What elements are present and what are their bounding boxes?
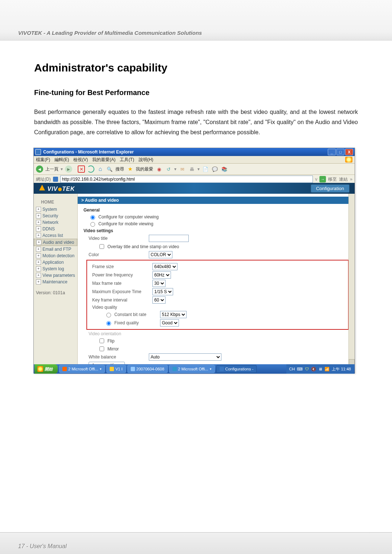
go-button[interactable]: → <box>319 176 326 182</box>
links-label[interactable]: 連結 <box>339 176 348 182</box>
taskbar-btn-folder[interactable]: V1 I <box>106 365 126 373</box>
refresh-icon[interactable] <box>87 165 94 173</box>
expand-icon[interactable]: + <box>36 247 41 252</box>
taskbar-btn-configurations[interactable]: Configurations - <box>216 365 257 373</box>
flip-label: Flip <box>107 338 114 344</box>
nav-application[interactable]: +Application <box>34 259 77 266</box>
nav-system-log[interactable]: +System log <box>34 266 77 272</box>
expand-icon[interactable]: + <box>36 220 41 225</box>
back-label[interactable]: 上一頁 <box>45 166 58 172</box>
start-label: 開始 <box>45 366 53 372</box>
edit-icon[interactable]: 📄 <box>202 165 209 173</box>
kfi-select[interactable]: 60 <box>152 296 166 304</box>
clock[interactable]: 上午 11:48 <box>332 366 351 372</box>
nav-home[interactable]: HOME <box>34 198 77 206</box>
menu-file[interactable]: 檔案(F) <box>36 157 50 163</box>
page-title: Administrator's capability <box>34 62 358 74</box>
nav-security[interactable]: +Security <box>34 213 77 219</box>
expand-icon[interactable]: + <box>36 273 41 278</box>
video-title-input[interactable] <box>149 235 189 242</box>
expand-icon[interactable]: + <box>36 253 41 258</box>
discuss-icon[interactable]: 💬 <box>211 165 219 173</box>
nav-ddns[interactable]: +DDNS <box>34 226 77 232</box>
expand-icon[interactable]: + <box>36 260 41 265</box>
flip-checkbox[interactable] <box>99 338 104 343</box>
back-icon[interactable]: ◄ <box>36 165 43 173</box>
nav-motion-detection[interactable]: +Motion detection <box>34 253 77 259</box>
research-icon[interactable]: 📚 <box>221 165 228 173</box>
home-icon[interactable]: ⌂ <box>97 165 104 173</box>
media-icon[interactable]: ◉ <box>155 165 163 173</box>
tray-icon[interactable]: 🛡 <box>305 367 309 371</box>
expand-icon[interactable]: + <box>36 240 41 245</box>
scrollbar[interactable] <box>348 183 355 365</box>
frame-size-select[interactable]: 640x480 <box>152 263 177 270</box>
print-icon[interactable]: 🖶 <box>188 165 195 173</box>
ie-icon <box>220 367 224 371</box>
nav-system[interactable]: +System <box>34 206 77 213</box>
tray-icon[interactable]: 🖥 <box>318 367 322 371</box>
menu-view[interactable]: 檢視(V) <box>73 157 88 163</box>
nav-label: DDNS <box>42 226 55 231</box>
cbr-select[interactable]: 512 Kbps <box>160 311 187 318</box>
search-label[interactable]: 搜尋 <box>115 166 124 172</box>
nav-audio-video[interactable]: +Audio and video <box>34 239 77 246</box>
tray-icon[interactable]: 📶 <box>324 367 330 372</box>
header-tagline: VIVOTEK - A Leading Provider of Multimed… <box>0 0 392 36</box>
minimize-button[interactable]: _ <box>328 149 336 155</box>
nav-network[interactable]: +Network <box>34 219 77 226</box>
close-button[interactable]: X <box>345 149 353 155</box>
expand-icon[interactable]: + <box>36 213 41 218</box>
menu-favorites[interactable]: 我的最愛(A) <box>92 157 115 163</box>
taskbar-btn-date[interactable]: 20070604-0608 <box>127 365 168 373</box>
address-input[interactable]: http://192.168.0.242/setup/config.html <box>60 176 313 183</box>
start-orb-icon <box>37 366 43 372</box>
mail-icon[interactable]: ✉ <box>179 165 186 173</box>
mfr-select[interactable]: 30 <box>152 280 166 287</box>
color-select[interactable]: COLOR <box>149 251 172 258</box>
fq-select[interactable]: Good <box>160 319 179 327</box>
cbr-radio[interactable] <box>106 313 111 317</box>
mirror-checkbox[interactable] <box>99 346 104 351</box>
menu-tools[interactable]: 工具(T) <box>120 157 134 163</box>
wb-select[interactable]: Auto <box>149 353 221 361</box>
plf-select[interactable]: 60Hz <box>152 271 171 279</box>
system-tray[interactable]: CH ⌨ 🛡 🔇 🖥 📶 上午 11:48 <box>286 364 354 374</box>
taskbar-btn-office1[interactable]: 2 Microsoft Offi...▾ <box>59 365 105 373</box>
lang-indicator[interactable]: CH <box>289 367 295 371</box>
nav-maintenance[interactable]: +Maintenance <box>34 279 77 285</box>
menu-edit[interactable]: 編輯(E) <box>54 157 69 163</box>
section-bar: > Audio and video <box>78 197 355 204</box>
search-icon[interactable]: 🔍 <box>106 165 113 173</box>
opt-computer-radio[interactable] <box>90 215 95 220</box>
history-icon[interactable]: ↺ <box>165 165 172 173</box>
opt-mobile-radio[interactable] <box>90 222 95 227</box>
expand-icon[interactable]: + <box>36 266 41 271</box>
nav-access-list[interactable]: +Access list <box>34 232 77 239</box>
go-label: 移至 <box>328 176 337 182</box>
nav-label: Security <box>42 213 58 218</box>
expand-icon[interactable]: + <box>36 233 41 238</box>
expand-icon[interactable]: + <box>36 226 41 231</box>
nav-email-ftp[interactable]: +Email and FTP <box>34 246 77 253</box>
favorites-icon[interactable]: ★ <box>126 165 134 173</box>
config-header: VIVTEK Configuration <box>34 183 355 194</box>
wb-label: White balance <box>89 354 147 360</box>
expand-icon[interactable]: + <box>36 207 41 212</box>
taskbar-btn-office2[interactable]: 2 Microsoft Offi...▾ <box>169 365 215 373</box>
taskbar-label: 2 Microsoft Offi... <box>178 367 208 371</box>
stop-icon[interactable]: ✕ <box>78 165 85 173</box>
nav-view-parameters[interactable]: +View parameters <box>34 272 77 279</box>
forward-icon[interactable]: ► <box>65 165 72 173</box>
favorites-label[interactable]: 我的最愛 <box>136 166 153 172</box>
overlay-checkbox[interactable] <box>99 244 104 249</box>
tray-icon[interactable]: 🔇 <box>311 367 316 372</box>
met-select[interactable]: 1/15 S <box>152 288 173 295</box>
ie-menu-bar: 檔案(F) 編輯(E) 檢視(V) 我的最愛(A) 工具(T) 說明(H) <box>34 156 355 164</box>
menu-help[interactable]: 說明(H) <box>139 157 154 163</box>
fq-radio[interactable] <box>106 321 111 326</box>
start-button[interactable]: 開始 <box>34 364 58 374</box>
maximize-button[interactable]: □ <box>336 149 344 155</box>
tray-icon[interactable]: ⌨ <box>297 367 303 372</box>
expand-icon[interactable]: + <box>36 279 41 284</box>
